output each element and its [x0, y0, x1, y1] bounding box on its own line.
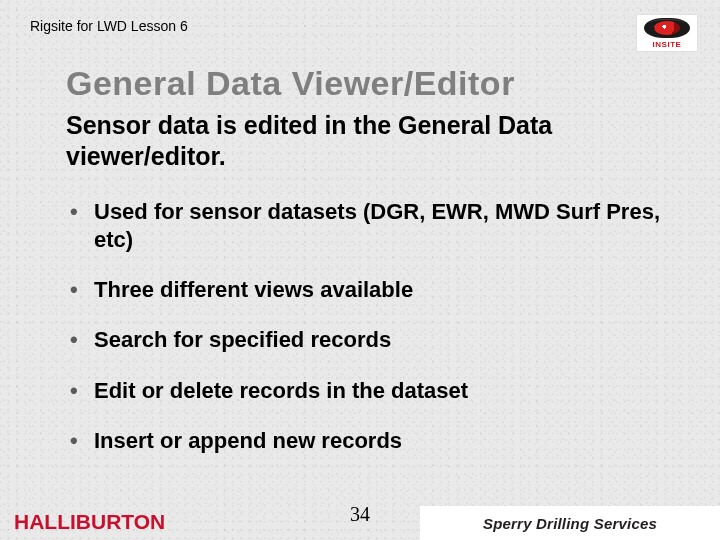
slide-subtitle: Sensor data is edited in the General Dat… [66, 110, 660, 173]
bullet-item: Edit or delete records in the dataset [66, 377, 660, 405]
insite-logo: INSITE [636, 14, 698, 52]
insite-logo-label: INSITE [653, 40, 682, 49]
bullet-list: Used for sensor datasets (DGR, EWR, MWD … [66, 198, 660, 477]
halliburton-logo: HALLIBURTON [14, 510, 165, 534]
eye-icon [644, 18, 690, 38]
lesson-header: Rigsite for LWD Lesson 6 [30, 18, 188, 34]
sperry-logo: Sperry Drilling Services [420, 506, 720, 540]
bullet-item: Three different views available [66, 276, 660, 304]
page-number: 34 [350, 503, 370, 526]
bullet-item: Insert or append new records [66, 427, 660, 455]
slide-title: General Data Viewer/Editor [66, 64, 515, 103]
slide: Rigsite for LWD Lesson 6 INSITE General … [0, 0, 720, 540]
bullet-item: Used for sensor datasets (DGR, EWR, MWD … [66, 198, 660, 254]
bullet-item: Search for specified records [66, 326, 660, 354]
